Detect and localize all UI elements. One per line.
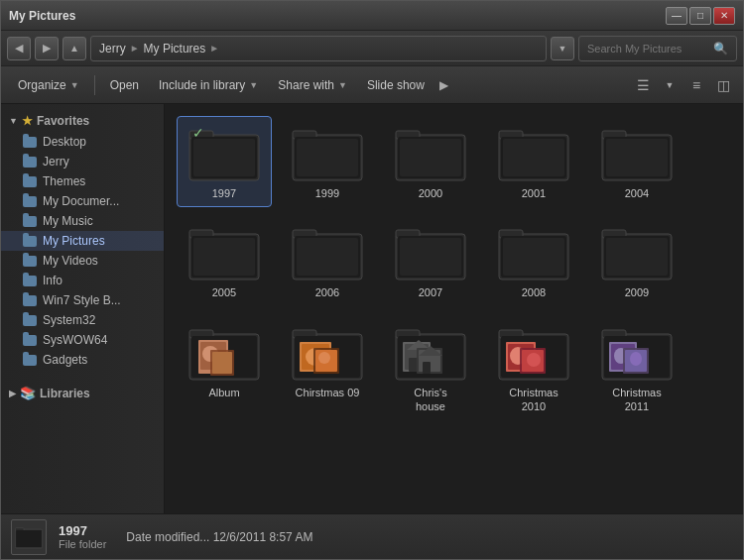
folder-2007[interactable]: 2007 — [383, 215, 478, 306]
folder-chrishouse[interactable]: Chris's house — [383, 315, 478, 421]
folder-label: 2004 — [625, 186, 649, 200]
folder-2009[interactable]: 2009 — [589, 215, 684, 306]
sidebar-item-system32[interactable]: System32 — [1, 310, 164, 330]
breadcrumb[interactable]: Jerry ► My Pictures ► — [90, 36, 547, 61]
svg-rect-35 — [503, 238, 564, 276]
folder-2001[interactable]: 2001 — [486, 116, 581, 207]
sidebar-item-info[interactable]: Info — [1, 271, 164, 290]
minimize-button[interactable]: — — [666, 7, 687, 25]
folder-christmas2010[interactable]: Christmas 2010 — [486, 315, 581, 421]
folder-icon — [23, 315, 37, 326]
share-with-button[interactable]: Share with ▼ — [269, 71, 356, 99]
sidebar-item-mydocuments[interactable]: My Documer... — [1, 191, 164, 211]
file-area: ✓ 1997 — [165, 104, 743, 513]
organize-button[interactable]: Organize ▼ — [9, 71, 88, 99]
folder-icon-large: ✓ — [188, 123, 260, 182]
folder-2006[interactable]: 2006 — [280, 215, 375, 306]
folder-2005[interactable]: 2005 — [177, 215, 272, 306]
svg-rect-11 — [400, 139, 461, 176]
folder-icon — [23, 137, 37, 148]
status-text-block: 1997 File folder — [59, 523, 106, 550]
folder-christmas09[interactable]: Chirstmas 09 — [280, 315, 375, 421]
folder-icon-large — [601, 222, 673, 281]
svg-rect-39 — [606, 238, 668, 276]
forward-button[interactable]: ▶ — [35, 37, 59, 60]
folder-1997[interactable]: ✓ 1997 — [177, 116, 272, 207]
sidebar-item-mypictures[interactable]: My Pictures — [1, 231, 164, 251]
sidebar-item-gadgets[interactable]: Gadgets — [1, 350, 164, 370]
toolbar-separator-1 — [94, 75, 95, 95]
folder-label: Christmas 2011 — [612, 386, 662, 414]
folder-label: 2000 — [419, 186, 442, 200]
folder-label: 2008 — [522, 285, 546, 299]
folder-1999[interactable]: 1999 — [280, 116, 375, 207]
slide-show-button[interactable]: Slide show — [358, 71, 434, 99]
folder-icon-large-photo — [601, 322, 673, 382]
folder-2004[interactable]: 2004 — [589, 116, 684, 207]
folder-icon — [23, 216, 37, 227]
svg-point-76 — [527, 353, 541, 367]
back-button[interactable]: ◀ — [7, 37, 31, 60]
folder-christmas2011[interactable]: Christmas 2011 — [589, 315, 684, 421]
title-bar: My Pictures — □ ✕ — [1, 1, 743, 31]
svg-rect-19 — [606, 139, 668, 176]
status-type: File folder — [59, 538, 106, 550]
breadcrumb-mypictures: My Pictures — [144, 42, 206, 56]
svg-rect-15 — [503, 139, 564, 176]
folder-icon — [23, 157, 37, 168]
folder-2000[interactable]: 2000 — [383, 116, 478, 207]
view-details-button[interactable]: ≡ — [684, 73, 708, 97]
breadcrumb-jerry: Jerry — [99, 42, 126, 56]
chevron-down-icon: ▼ — [9, 116, 18, 126]
sidebar-item-jerry[interactable]: Jerry — [1, 152, 164, 171]
folder-icon-large-photo — [188, 322, 260, 382]
include-dropdown-arrow: ▼ — [249, 80, 258, 90]
sidebar-item-themes[interactable]: Themes — [1, 171, 164, 191]
svg-rect-31 — [400, 238, 461, 276]
folder-label: Album — [208, 386, 239, 399]
close-button[interactable]: ✕ — [713, 7, 735, 25]
folder-label: 1997 — [212, 186, 236, 200]
folder-2008[interactable]: 2008 — [486, 215, 581, 306]
folder-icon-large — [292, 222, 363, 281]
search-box[interactable]: Search My Pictures 🔍 — [578, 36, 737, 61]
file-grid: ✓ 1997 — [173, 112, 735, 424]
address-bar: ◀ ▶ ▲ Jerry ► My Pictures ► ▼ Search My … — [1, 31, 743, 66]
libraries-section: ▶ 📚 Libraries — [1, 376, 164, 410]
folder-icon-large — [601, 123, 673, 182]
svg-rect-3 — [193, 139, 255, 176]
libraries-header[interactable]: ▶ 📚 Libraries — [1, 382, 164, 404]
search-icon: 🔍 — [713, 42, 728, 56]
svg-rect-88 — [16, 530, 42, 547]
toolbar-right: ☰ ▼ ≡ ◫ — [631, 73, 735, 97]
folder-icon — [23, 276, 37, 286]
sidebar-item-myvideos[interactable]: My Videos — [1, 251, 164, 271]
favorites-header[interactable]: ▼ ★ Favorites — [1, 110, 164, 132]
folder-label: 2005 — [212, 285, 236, 299]
sidebar-item-desktop[interactable]: Desktop — [1, 132, 164, 152]
view-dropdown-button[interactable]: ▼ — [658, 73, 682, 97]
selected-checkmark: ✓ — [192, 125, 204, 141]
breadcrumb-sep-2: ► — [209, 43, 219, 54]
sidebar-item-syswow64[interactable]: SysWOW64 — [1, 330, 164, 350]
chevron-right-icon: ▶ — [9, 389, 16, 398]
refresh-button[interactable]: ▼ — [551, 37, 574, 60]
svg-rect-47 — [212, 352, 232, 374]
view-list-button[interactable]: ☰ — [631, 73, 655, 97]
folder-icon-large — [292, 123, 363, 182]
organize-dropdown-arrow: ▼ — [70, 80, 79, 90]
status-bar: 1997 File folder Date modified... 12/6/2… — [1, 513, 743, 559]
folder-icon-large — [498, 222, 569, 281]
open-button[interactable]: Open — [101, 71, 148, 99]
sidebar-item-win7style[interactable]: Win7 Style B... — [1, 290, 164, 310]
view-tiles-button[interactable]: ◫ — [711, 73, 735, 97]
play-button[interactable]: ▶ — [435, 76, 453, 94]
svg-rect-23 — [193, 238, 255, 276]
maximize-button[interactable]: □ — [689, 7, 711, 25]
folder-icon-large-photo — [292, 322, 363, 382]
folder-icon-large — [188, 222, 260, 281]
up-button[interactable]: ▲ — [62, 37, 86, 60]
sidebar-item-mymusic[interactable]: My Music — [1, 211, 164, 231]
include-in-library-button[interactable]: Include in library ▼ — [150, 71, 267, 99]
folder-album[interactable]: Album — [177, 315, 272, 421]
